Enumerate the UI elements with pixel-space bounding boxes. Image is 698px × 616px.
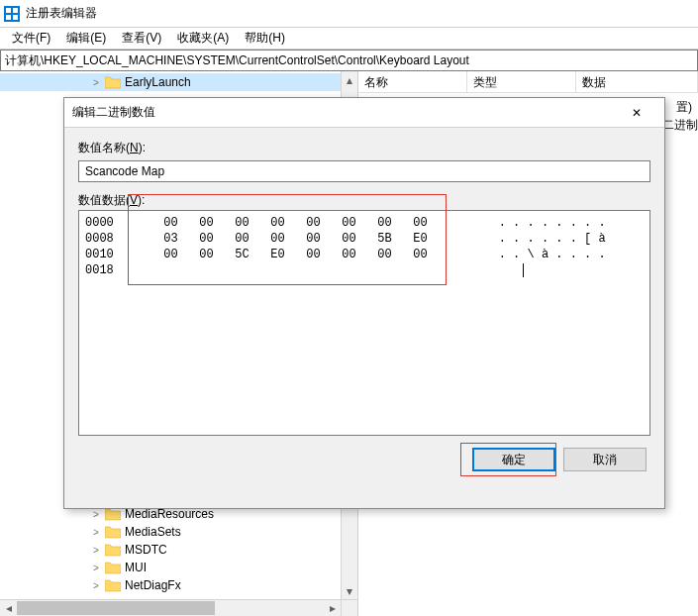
menu-edit[interactable]: 编辑(E)	[58, 28, 114, 49]
folder-icon	[105, 507, 121, 521]
tree-item-label: NetDiagFx	[125, 578, 181, 592]
window-titlebar: 注册表编辑器	[0, 0, 698, 28]
chevron-right-icon[interactable]: >	[89, 525, 103, 539]
dialog-titlebar[interactable]: 编辑二进制数值 ✕	[64, 98, 664, 128]
tree-h-scrollbar[interactable]: ◂ ▸	[0, 599, 357, 616]
chevron-right-icon[interactable]: >	[89, 75, 103, 89]
folder-icon	[105, 578, 121, 592]
ok-button[interactable]: 确定	[472, 448, 555, 471]
scroll-up-icon[interactable]: ▴	[342, 71, 357, 88]
regedit-icon	[4, 6, 20, 22]
menu-help[interactable]: 帮助(H)	[237, 28, 293, 49]
tree-item-label: MSDTC	[125, 543, 167, 557]
col-data[interactable]: 数据	[576, 71, 698, 92]
close-button[interactable]: ✕	[617, 99, 656, 127]
menu-favorites[interactable]: 收藏夹(A)	[169, 28, 237, 49]
scroll-down-icon[interactable]: ▾	[342, 582, 357, 599]
tree-item-mediasets[interactable]: > MediaSets	[0, 523, 357, 541]
tree-item-earlylaunch[interactable]: > EarlyLaunch	[0, 73, 357, 91]
window-title: 注册表编辑器	[26, 5, 97, 22]
chevron-right-icon[interactable]: >	[89, 543, 103, 557]
menu-view[interactable]: 查看(V)	[114, 28, 169, 49]
value-data-label: 数值数据(V):	[78, 192, 650, 209]
svg-rect-2	[13, 8, 18, 13]
address-bar[interactable]: 计算机\HKEY_LOCAL_MACHINE\SYSTEM\CurrentCon…	[0, 50, 698, 71]
folder-icon	[105, 525, 121, 539]
chevron-right-icon[interactable]: >	[89, 561, 103, 574]
tree-item-netdiagfx[interactable]: > NetDiagFx	[0, 576, 357, 594]
hex-editor[interactable]: 0000 00 00 00 00 00 00 00 00 . . . . . .…	[78, 210, 650, 436]
list-header: 名称 类型 数据	[358, 71, 698, 93]
dialog-title: 编辑二进制数值	[72, 104, 617, 121]
list-cell-fragment: 置)	[676, 99, 692, 116]
col-name[interactable]: 名称	[358, 71, 467, 92]
tree-item-label: EarlyLaunch	[125, 75, 191, 89]
tree-item-mui[interactable]: > MUI	[0, 559, 357, 576]
folder-icon	[105, 75, 121, 89]
value-name-field[interactable]	[78, 160, 650, 182]
svg-rect-4	[13, 15, 18, 20]
col-type[interactable]: 类型	[467, 71, 576, 92]
tree-item-msdtc[interactable]: > MSDTC	[0, 541, 357, 559]
tree-item-label: MediaResources	[125, 507, 214, 521]
tree-item-label: MUI	[125, 561, 147, 574]
edit-binary-dialog: 编辑二进制数值 ✕ 数值名称(N): 数值数据(V): 0000 00 00 0…	[63, 97, 665, 509]
scroll-thumb[interactable]	[17, 601, 215, 615]
cancel-button[interactable]: 取消	[563, 448, 647, 471]
folder-icon	[105, 543, 121, 557]
close-icon: ✕	[632, 106, 642, 120]
chevron-right-icon[interactable]: >	[89, 507, 103, 521]
menu-file[interactable]: 文件(F)	[4, 28, 58, 49]
tree-item-label: MediaSets	[125, 525, 181, 539]
value-name-label: 数值名称(N):	[78, 140, 650, 156]
folder-icon	[105, 561, 121, 574]
svg-rect-3	[6, 15, 11, 20]
svg-rect-1	[6, 8, 11, 13]
scroll-right-icon[interactable]: ▸	[324, 600, 341, 616]
menu-bar: 文件(F) 编辑(E) 查看(V) 收藏夹(A) 帮助(H)	[0, 28, 698, 50]
scroll-left-icon[interactable]: ◂	[0, 600, 17, 616]
chevron-right-icon[interactable]: >	[89, 578, 103, 592]
address-path: 计算机\HKEY_LOCAL_MACHINE\SYSTEM\CurrentCon…	[5, 52, 469, 69]
